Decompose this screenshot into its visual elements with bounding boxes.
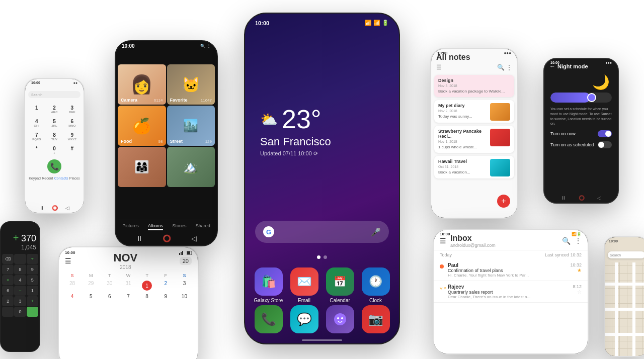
key-6[interactable]: 6MNO (64, 117, 80, 129)
calendar-icon[interactable]: 📅 Calendar (324, 267, 356, 303)
note-strawberry[interactable]: Strawberry Pancake Reci... Nov 1, 2018 1… (434, 126, 514, 153)
map-search-bar[interactable]: Search (608, 251, 644, 258)
galaxy-store-icon[interactable]: 🛍️ Galaxy Store (253, 267, 284, 303)
email-item-rajeev[interactable]: VIP Rajeev Quartrerly sales report Dear … (434, 281, 588, 303)
mic-icon: 🎤 (371, 227, 381, 237)
email-from-rajeev: Rajeev (448, 284, 569, 290)
email-icon[interactable]: ✉️ Email (288, 267, 320, 303)
tab-albums[interactable]: Albums (148, 223, 163, 230)
key-star[interactable]: * (28, 144, 45, 156)
messages-icon[interactable]: 💬 (288, 305, 320, 333)
gallery-pictures-cell[interactable]: 👨‍👩‍👧 (118, 147, 166, 187)
key-hash[interactable]: # (64, 144, 80, 156)
key-1[interactable]: 1 (28, 103, 45, 116)
email-preview-paul: Hi, Charlie. Your flight from New York t… (448, 273, 566, 278)
gallery-phone: 10:00 🔍 ⋮ 👩 Camera 6114 🐱 Favorit (115, 40, 218, 246)
notes-search-btn[interactable]: 🔍 (497, 64, 505, 71)
key-4[interactable]: 4GHI (28, 117, 45, 129)
calendar-status-bar: 10:00 (59, 247, 198, 258)
notes-more-btn[interactable]: ⋮ (506, 64, 512, 71)
calc-btn-0[interactable]: 0 (14, 307, 26, 317)
calendar-phone: 10:00 ☰ NOV 2018 20 S M T W T (58, 246, 199, 359)
calc-btn-mul[interactable]: × (2, 275, 14, 285)
gallery-row-3: 👨‍👩‍👧 🏔️ (118, 147, 215, 187)
gallery-mountain-cell[interactable]: 🏔️ (167, 147, 215, 187)
email-star-rajeev[interactable]: ☆ (573, 289, 582, 295)
calc-btn-3[interactable]: 3 (14, 296, 26, 306)
calc-btn-5[interactable]: 5 (27, 275, 38, 285)
notes-menu-btn[interactable]: ☰ (436, 64, 442, 71)
gallery-tabs: Pictures Albums Stories Shared (116, 220, 217, 230)
calc-btn-4[interactable]: 4 (14, 275, 26, 285)
gallery-camera-cell[interactable]: 👩 Camera 6114 (118, 64, 166, 105)
google-search-bar[interactable]: G 🎤 (255, 221, 389, 243)
email-time-paul: 10:32 (570, 262, 582, 267)
home-indicator (302, 339, 342, 341)
gallery-row-2: 🍊 Food 98 🏙️ Street 129 (118, 106, 215, 146)
main-scene: 10:00 📶 📶 🔋 ⛅ 23° San Francisco Updated … (0, 0, 644, 359)
calc-btn-9[interactable]: 9 (27, 264, 38, 275)
email-item-paul[interactable]: Paul Confirmation of travel plans Hi, Ch… (434, 259, 588, 281)
keypad-places: Places (69, 176, 80, 180)
email-from-paul: Paul (448, 262, 566, 268)
note-design[interactable]: Design Nov 3, 2018 Book a vacation packa… (434, 75, 514, 97)
calc-btn-add[interactable]: + (27, 296, 38, 306)
svg-rect-3 (179, 253, 180, 255)
toggle-on-now[interactable] (598, 130, 612, 137)
calc-btn-6[interactable]: 6 (2, 286, 14, 296)
email-section-header: Today Last synced 10:32 (434, 250, 588, 259)
notes-fab-button[interactable]: + (497, 195, 510, 208)
home-nav[interactable]: ⭕ (163, 234, 171, 242)
calc-btn-sub[interactable]: − (14, 286, 26, 296)
email-star-paul[interactable]: ★ (570, 267, 582, 273)
key-2[interactable]: 2ABC (46, 103, 62, 116)
bixby-icon[interactable] (324, 305, 356, 333)
tab-shared[interactable]: Shared (196, 223, 210, 230)
unread-dot-paul (440, 264, 444, 268)
back-nav[interactable]: ⏸ (136, 234, 143, 242)
svg-rect-4 (181, 252, 182, 255)
center-status-icons: 📶 📶 🔋 (365, 20, 389, 26)
calc-btn-clear[interactable]: ⌫ (2, 254, 14, 264)
map-road-v2 (632, 262, 635, 356)
key-7[interactable]: 7PQRS (28, 130, 45, 143)
note-hawaii[interactable]: Hawaii Travel Oct 31, 2018 Book a vacati… (434, 156, 514, 178)
keypad-actions: Keypad Recent Contacts Places (25, 174, 84, 182)
dot-2 (324, 255, 327, 259)
key-3[interactable]: 3DEF (64, 103, 80, 116)
night-brightness-slider[interactable] (550, 93, 612, 103)
night-slider-container (544, 91, 618, 105)
clock-icon[interactable]: 🕐 Clock (360, 267, 391, 303)
map-road-v1 (615, 262, 618, 356)
gallery-favorite-cell[interactable]: 🐱 Favorite 11647 (167, 64, 215, 105)
gallery-food-cell[interactable]: 🍊 Food 98 (118, 106, 166, 146)
calc-display: + 370 1,045 (1, 222, 39, 253)
key-9[interactable]: 9WXYZ (64, 130, 80, 143)
key-5[interactable]: 5JKL (46, 117, 62, 129)
keypad-grid: 1 2ABC 3DEF 4GHI 5JKL 6MNO 7PQRS 8TUV 9W… (25, 101, 84, 158)
key-0[interactable]: 0+ (46, 144, 62, 156)
calc-btn-dot[interactable]: . (2, 307, 14, 317)
tab-pictures[interactable]: Pictures (122, 223, 139, 230)
calc-btn-eq[interactable]: = (27, 307, 38, 317)
dialer-search[interactable]: Search (28, 91, 80, 98)
camera-bottom-icon[interactable]: 📷 (360, 305, 391, 333)
tab-stories[interactable]: Stories (172, 223, 186, 230)
recents-nav[interactable]: ◁ (191, 234, 197, 242)
calc-btn-1[interactable]: 1 (27, 286, 38, 296)
map-status-bar: 10:00 (605, 237, 644, 245)
map-road-h3 (605, 333, 644, 336)
weather-updated: Updated 07/11 10:00 ⟳ (260, 150, 331, 157)
call-button[interactable]: 📞 (47, 159, 61, 173)
note-pet-diary[interactable]: My pet diary Nov 2, 2018 Today was sunny… (434, 100, 514, 122)
calc-btn-2[interactable]: 2 (2, 296, 14, 306)
page-dots (317, 255, 327, 259)
calc-btn-7[interactable]: 7 (2, 264, 14, 275)
key-8[interactable]: 8TUV (46, 130, 62, 143)
gallery-street-cell[interactable]: 🏙️ Street 129 (167, 106, 215, 146)
calc-btn-div[interactable]: ÷ (27, 254, 38, 264)
toggle-scheduled[interactable] (598, 141, 612, 148)
notes-list: Design Nov 3, 2018 Book a vacation packa… (431, 73, 517, 184)
phone-icon[interactable]: 📞 (253, 305, 284, 333)
calc-btn-8[interactable]: 8 (14, 264, 26, 275)
